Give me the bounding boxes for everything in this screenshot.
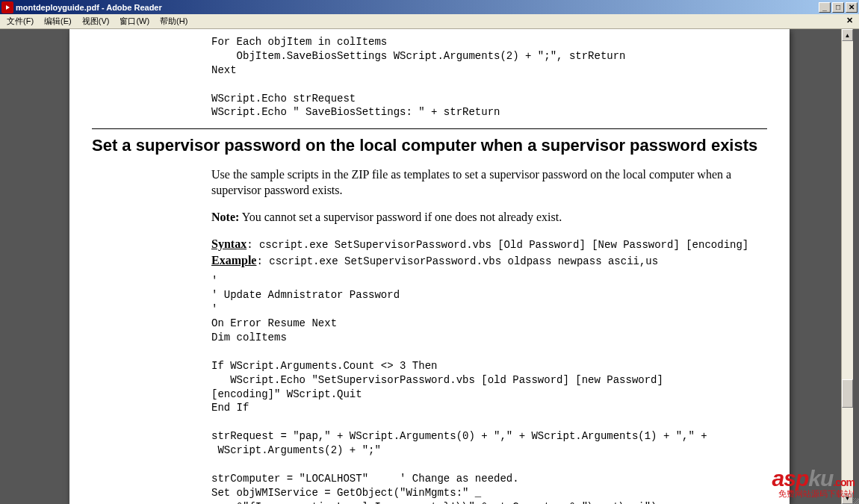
note-label: Note: — [211, 211, 239, 223]
syntax-label: Syntax — [211, 237, 246, 250]
pdf-page: For Each objItem in colItems ObjItem.Sav… — [69, 29, 790, 504]
example-label: Example — [211, 254, 256, 267]
close-doc-button[interactable]: ✕ — [843, 16, 856, 25]
code-block-1: For Each objItem in colItems ObjItem.Sav… — [211, 35, 767, 119]
menu-view[interactable]: 视图(V) — [77, 14, 115, 28]
note-text: You cannot set a supervisor password if … — [239, 211, 562, 223]
paragraph-note: Note: You cannot set a supervisor passwo… — [211, 209, 767, 225]
menu-help[interactable]: 帮助(H) — [155, 14, 193, 28]
titlebar: montdeployguide.pdf - Adobe Reader _ □ ✕ — [0, 0, 859, 14]
menu-window[interactable]: 窗口(W) — [114, 14, 155, 28]
watermark: aspku.com 免费网站源码下载站! — [772, 468, 855, 500]
paragraph-syntax: Syntax: cscript.exe SetSupervisorPasswor… — [211, 236, 767, 269]
watermark-tagline: 免费网站源码下载站! — [772, 488, 855, 500]
scroll-track[interactable] — [842, 41, 853, 492]
scroll-thumb[interactable] — [842, 379, 853, 408]
menubar: 文件(F) 编辑(E) 视图(V) 窗口(W) 帮助(H) ✕ — [0, 14, 859, 29]
watermark-logo: aspku.com — [772, 468, 855, 488]
section-heading: Set a supervisor password on the local c… — [92, 128, 767, 156]
paragraph-intro: Use the sample scripts in the ZIP file a… — [211, 167, 767, 199]
logo-part1: asp — [772, 466, 809, 491]
app-icon — [1, 1, 13, 13]
syntax-text: : cscript.exe SetSupervisorPassword.vbs … — [246, 239, 748, 251]
menu-edit[interactable]: 编辑(E) — [39, 14, 77, 28]
example-text: : cscript.exe SetSupervisorPassword.vbs … — [256, 255, 658, 267]
window-title: montdeployguide.pdf - Adobe Reader — [16, 3, 819, 12]
logo-domain: .com — [833, 476, 855, 488]
close-button[interactable]: ✕ — [846, 2, 858, 13]
menu-file[interactable]: 文件(F) — [1, 14, 39, 28]
maximize-button[interactable]: □ — [832, 2, 844, 13]
vertical-scrollbar: ▲ ▼ — [841, 29, 853, 504]
content-area: For Each objItem in colItems ObjItem.Sav… — [0, 29, 859, 504]
logo-part2: ku — [808, 466, 833, 491]
code-block-2: ' ' Update Admnistrator Password ' On Er… — [211, 274, 767, 504]
scroll-up-button[interactable]: ▲ — [842, 29, 853, 41]
window-buttons: _ □ ✕ — [819, 2, 858, 13]
minimize-button[interactable]: _ — [819, 2, 831, 13]
